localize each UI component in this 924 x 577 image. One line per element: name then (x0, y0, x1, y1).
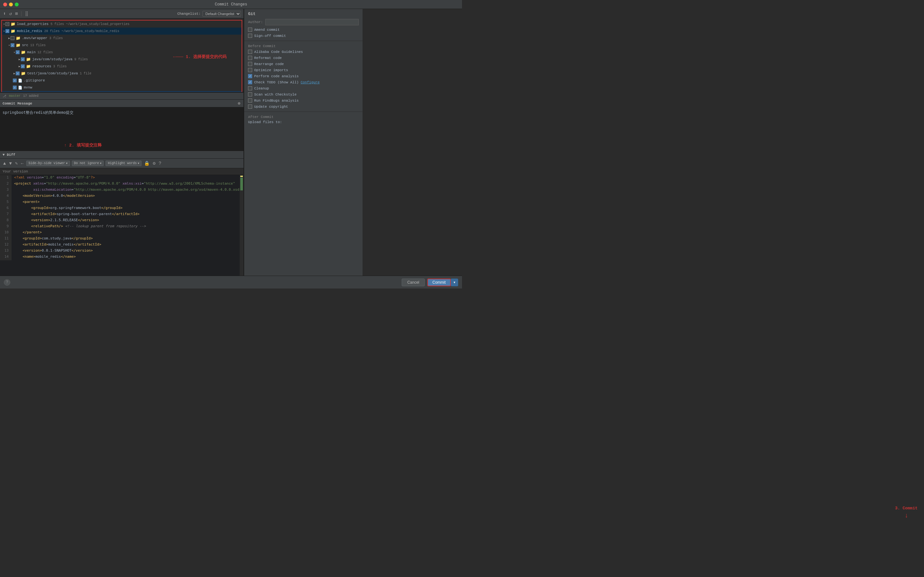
divider-1 (244, 41, 363, 41)
checkbox-mobile-redis[interactable] (5, 29, 9, 33)
amend-checkbox-row[interactable]: Amend commit (244, 27, 363, 33)
tree-item-mvnw-cmd[interactable]: 📄 mvnw.cmd (2, 91, 242, 92)
tree-item-mvnw[interactable]: 📄 mvnw (2, 84, 242, 91)
annotation-2: ↑ 2. 填写提交注释 (64, 142, 102, 148)
diff-up-icon[interactable]: ▲ (3, 160, 6, 167)
configure-link[interactable]: Configure (300, 81, 320, 84)
title-bar: Commit Changes (0, 0, 462, 9)
checkstyle-label: Scan with Checkstyle (254, 93, 296, 97)
minimize-button[interactable] (9, 3, 13, 6)
checkbox-java[interactable] (21, 57, 25, 61)
checktodo-row[interactable]: Check TODO (Show All) Configure (244, 79, 363, 85)
tree-item-mobile-redis[interactable]: ▾ 📁 mobile_redis 20 files ~/work/java_st… (2, 27, 242, 35)
upload-label: Upload files to: (248, 120, 282, 124)
maximize-button[interactable] (15, 3, 19, 6)
author-row: Author: (244, 18, 363, 27)
cancel-button[interactable]: Cancel (402, 279, 425, 286)
expand-arrow: ▶ (19, 58, 20, 61)
viewer-select-button[interactable]: Side-by-side viewer ▼ (26, 161, 70, 166)
codeanalysis-row[interactable]: Perform code analysis (244, 73, 363, 79)
top-toolbar: ⬆ ↺ ⊞ ⣿ Changelist: Default Changelist (0, 9, 244, 19)
diff-label: ▼ Diff (3, 153, 15, 157)
cleanup-label: Cleanup (254, 87, 269, 90)
code-line-14: 14 <name>mobile_redis</name> (0, 254, 244, 260)
git-icon: ⎇ (3, 94, 6, 98)
checktodo-label: Check TODO (Show All) (254, 81, 299, 84)
help-small-icon[interactable]: ? (158, 160, 162, 167)
mvn-file-icon: 📄 (18, 85, 23, 90)
checkbox-resources[interactable] (21, 64, 25, 68)
commit-dropdown-button[interactable]: ▼ (451, 279, 458, 286)
checkbox-test[interactable] (16, 71, 19, 75)
diff-down-icon[interactable]: ▼ (8, 160, 12, 167)
author-input[interactable] (265, 19, 359, 25)
findbugs-checkbox[interactable] (248, 98, 252, 103)
rearrange-checkbox[interactable] (248, 62, 252, 66)
folder-icon: 📁 (26, 57, 31, 62)
rearrange-row[interactable]: Rearrange code (244, 61, 363, 67)
after-commit-title: After Commit (244, 114, 363, 119)
checkstyle-checkbox[interactable] (248, 92, 252, 97)
cleanup-checkbox[interactable] (248, 86, 252, 90)
expand-arrow: ▾ (3, 29, 5, 33)
navigate-icon[interactable]: ⬆ (3, 10, 6, 17)
signoff-checkbox-row[interactable]: Sign-off commit (244, 33, 363, 39)
tree-item-resources[interactable]: ▶ 📁 resources 3 files (2, 63, 242, 70)
diff-marker-green (240, 177, 243, 190)
expand-arrow: ▶ (19, 65, 20, 68)
optimize-checkbox[interactable] (248, 68, 252, 72)
alibaba-row[interactable]: Alibaba Code Guidelines (244, 49, 363, 55)
close-button[interactable] (3, 3, 7, 6)
ignore-select-button[interactable]: Do not ignore ▼ (72, 161, 104, 166)
checkbox-mvnw[interactable] (13, 85, 17, 89)
help-icon[interactable]: ? (4, 279, 10, 285)
checkbox-main[interactable] (16, 50, 19, 54)
changelist-select[interactable]: Default Changelist (202, 11, 241, 17)
checkbox-load-properties[interactable] (5, 22, 9, 26)
commit-message-section: Commit Message ⊕ ↑ 2. 填写提交注释 (0, 99, 244, 151)
diff-back-icon[interactable]: ← (20, 160, 24, 167)
upload-row: Upload files to: (244, 119, 363, 125)
folder-icon: 📁 (21, 50, 26, 55)
tree-item-test[interactable]: ▶ 📁 test/java/com/study/java 1 file (2, 70, 242, 77)
tree-item-load-properties[interactable]: ▾ 📁 load_properties 5 files ~/work/java_… (2, 21, 242, 27)
commit-textarea[interactable] (0, 107, 122, 151)
diff-edit-icon[interactable]: ✎ (15, 160, 18, 167)
refresh-icon[interactable]: ↺ (8, 10, 12, 17)
code-line-6: 6 <groupId>org.springframework.boot</gro… (0, 205, 244, 211)
folder-icon: 📁 (26, 64, 31, 69)
cleanup-row[interactable]: Cleanup (244, 85, 363, 91)
checkstyle-row[interactable]: Scan with Checkstyle (244, 91, 363, 97)
code-line-12: 12 <artifactId>mobile_redis</artifactId> (0, 242, 244, 248)
tree-item-mvn-wrapper[interactable]: ▶ 📁 .mvn/wrapper 3 files (2, 35, 242, 42)
signoff-checkbox[interactable] (248, 34, 252, 38)
optimize-row[interactable]: Optimize imports (244, 67, 363, 73)
reformat-row[interactable]: Reformat code (244, 55, 363, 61)
checkbox-mvn-wrapper[interactable] (11, 36, 15, 40)
ignore-label: Do not ignore (74, 161, 99, 165)
file-tree: ▾ 📁 load_properties 5 files ~/work/java_… (0, 19, 244, 92)
checkbox-gitignore[interactable] (13, 79, 17, 82)
code-line-4: 4 <modelVersion>4.0.0</modelVersion> (0, 193, 244, 199)
findbugs-row[interactable]: Run FindBugs analysis (244, 97, 363, 103)
tree-item-src[interactable]: ▾ 📁 src 13 files (2, 42, 242, 49)
commit-button[interactable]: Commit (427, 279, 451, 286)
gear-icon[interactable]: ⚙ (152, 160, 156, 167)
expand-msg-icon[interactable]: ⊕ (237, 100, 241, 107)
alibaba-checkbox[interactable] (248, 50, 252, 54)
checkbox-src[interactable] (11, 43, 15, 47)
highlight-select-button[interactable]: Highlight words ▼ (105, 161, 142, 166)
reformat-checkbox[interactable] (248, 56, 252, 60)
copyright-checkbox[interactable] (248, 105, 252, 109)
tree-item-gitignore[interactable]: 📄 .gitignore (2, 77, 242, 84)
copyright-row[interactable]: Update copyright (244, 103, 363, 110)
highlight-label: Highlight words (108, 161, 137, 165)
settings-icon[interactable]: ⊞ (15, 10, 18, 17)
viewer-dropdown-arrow: ▼ (66, 162, 68, 165)
diff-scrollbar[interactable] (240, 175, 244, 288)
checktodo-checkbox[interactable] (248, 80, 252, 84)
lock-icon[interactable]: 🔒 (144, 160, 150, 167)
group-icon[interactable]: ⣿ (24, 10, 29, 17)
codeanalysis-checkbox[interactable] (248, 74, 252, 78)
amend-checkbox[interactable] (248, 27, 252, 32)
